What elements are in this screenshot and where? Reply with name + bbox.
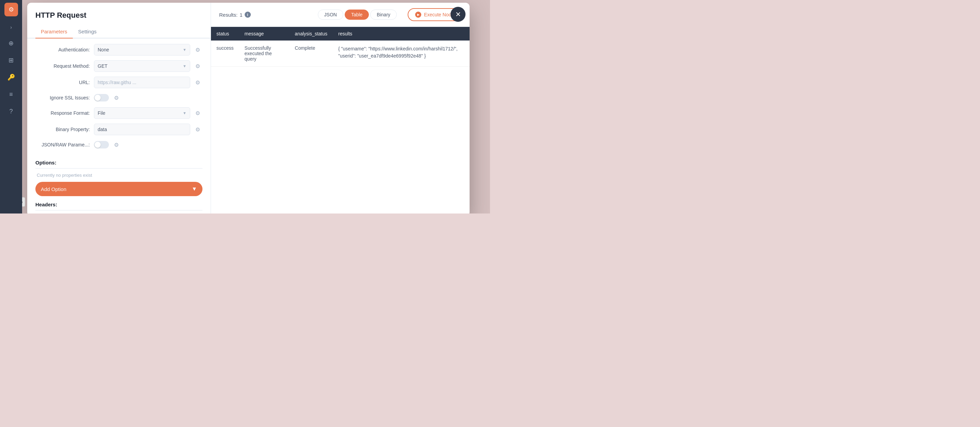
field-url: URL: https://raw.githu ... ⚙ xyxy=(35,76,202,88)
form-body: Authentication: None ▼ ⚙ Request Method: xyxy=(27,38,211,160)
field-ignore-ssl: Ignore SSL Issues: ⚙ xyxy=(35,93,202,102)
tab-parameters[interactable]: Parameters xyxy=(35,25,73,38)
results-count: 1 xyxy=(240,12,242,18)
table-header: status message analysis_status results xyxy=(211,27,469,40)
chevron-down-icon: ▼ xyxy=(183,111,186,115)
results-table-container: status message analysis_status results s… xyxy=(211,27,469,214)
gear-response-format[interactable]: ⚙ xyxy=(193,108,202,118)
cell-analysis-status: Complete xyxy=(289,40,333,67)
toggle-ignore-ssl[interactable] xyxy=(94,94,109,102)
gear-url[interactable]: ⚙ xyxy=(193,78,202,87)
toggle-json-raw[interactable] xyxy=(94,141,109,148)
left-panel: HTTP Request Parameters Settings Authent… xyxy=(27,3,211,214)
control-binary-property: data ⚙ xyxy=(94,124,202,135)
headers-divider xyxy=(35,210,202,210)
results-header: Results: 1 i JSON Table Binary xyxy=(211,3,469,27)
header-row: status message analysis_status results xyxy=(211,27,469,40)
add-option-label: Add Option xyxy=(41,186,66,192)
sidebar-toggle[interactable]: › xyxy=(7,23,15,31)
tab-settings[interactable]: Settings xyxy=(73,25,102,38)
modal-overlay: ✕ HTTP Request Parameters Settings Authe… xyxy=(27,3,490,214)
options-divider xyxy=(35,168,202,169)
info-icon[interactable]: i xyxy=(245,11,251,18)
label-authentication: Authentication: xyxy=(35,47,90,53)
label-json-raw: JSON/RAW Parame...: xyxy=(35,142,90,147)
options-title: Options: xyxy=(35,160,202,166)
tab-json[interactable]: JSON xyxy=(318,10,343,20)
gear-json-raw[interactable]: ⚙ xyxy=(111,140,121,150)
select-authentication[interactable]: None ▼ xyxy=(94,44,190,56)
execute-label: Execute Node xyxy=(424,12,454,18)
list-icon[interactable]: ≡ xyxy=(6,89,16,99)
right-panel: Results: 1 i JSON Table Binary xyxy=(211,3,469,214)
table-row: success Successfully executed the query … xyxy=(211,40,469,67)
input-binary-property[interactable]: data xyxy=(94,124,190,135)
toggle-knob xyxy=(95,95,101,101)
label-ignore-ssl: Ignore SSL Issues: xyxy=(35,95,90,100)
view-tabs: JSON Table Binary xyxy=(318,10,397,20)
table-body: success Successfully executed the query … xyxy=(211,40,469,67)
sidebar: ⚙ › ⊕ ⊞ 🔑 ≡ ? xyxy=(0,0,22,214)
label-request-method: Request Method: xyxy=(35,63,90,69)
field-request-method: Request Method: GET ▼ ⚙ xyxy=(35,60,202,72)
results-text: Results: xyxy=(219,12,237,18)
chevron-down-icon: ▼ xyxy=(183,48,186,52)
field-authentication: Authentication: None ▼ ⚙ xyxy=(35,44,202,56)
key-icon[interactable]: 🔑 xyxy=(6,72,16,83)
nodes-icon[interactable]: ⊕ xyxy=(6,38,16,48)
col-results: results xyxy=(333,27,469,40)
col-message: message xyxy=(239,27,290,40)
cell-status: success xyxy=(211,40,239,67)
results-table: status message analysis_status results s… xyxy=(211,27,469,67)
logo[interactable]: ⚙ xyxy=(5,3,18,16)
label-response-format: Response Format: xyxy=(35,110,90,116)
gear-request-method[interactable]: ⚙ xyxy=(193,61,202,71)
headers-title: Headers: xyxy=(35,202,202,207)
tab-table[interactable]: Table xyxy=(345,10,369,20)
add-option-button[interactable]: Add Option ▼ xyxy=(35,182,202,196)
col-analysis-status: analysis_status xyxy=(289,27,333,40)
select-request-method[interactable]: GET ▼ xyxy=(94,60,190,72)
gear-authentication[interactable]: ⚙ xyxy=(193,45,202,54)
control-response-format: File ▼ ⚙ xyxy=(94,107,202,119)
help-icon[interactable]: ? xyxy=(6,106,16,116)
control-json-raw: ⚙ xyxy=(94,140,202,150)
toggle-knob xyxy=(95,142,101,148)
gear-ignore-ssl[interactable]: ⚙ xyxy=(111,93,121,102)
col-status: status xyxy=(211,27,239,40)
cell-message: Successfully executed the query xyxy=(239,40,290,67)
options-empty-text: Currently no properties exist xyxy=(35,173,202,178)
results-label: Results: 1 i xyxy=(219,11,251,18)
workflow-icon[interactable]: ⊞ xyxy=(6,55,16,65)
play-icon: ▶ xyxy=(415,11,421,18)
gear-binary-property[interactable]: ⚙ xyxy=(193,124,202,134)
options-section: Options: Currently no properties exist A… xyxy=(27,160,211,202)
chevron-down-icon: ▼ xyxy=(183,64,186,68)
cell-results: { "username": "https://www.linkedin.com/… xyxy=(333,40,469,67)
headers-section: Headers: Currently no items exist Add Op… xyxy=(27,202,211,214)
field-response-format: Response Format: File ▼ ⚙ xyxy=(35,107,202,119)
field-json-raw: JSON/RAW Parame...: ⚙ xyxy=(35,140,202,150)
tab-binary[interactable]: Binary xyxy=(370,10,397,20)
control-authentication: None ▼ ⚙ xyxy=(94,44,202,56)
input-url[interactable]: https://raw.githu ... xyxy=(94,76,190,88)
close-icon: ✕ xyxy=(455,10,461,18)
modal-dialog: ✕ HTTP Request Parameters Settings Authe… xyxy=(27,3,469,214)
label-binary-property: Binary Property: xyxy=(35,127,90,132)
chevron-down-icon: ▼ xyxy=(192,186,197,192)
control-request-method: GET ▼ ⚙ xyxy=(94,60,202,72)
label-url: URL: xyxy=(35,80,90,85)
panel-title: HTTP Request xyxy=(27,3,211,20)
select-response-format[interactable]: File ▼ xyxy=(94,107,190,119)
close-button[interactable]: ✕ xyxy=(450,7,466,22)
field-binary-property: Binary Property: data ⚙ xyxy=(35,124,202,135)
tab-bar: Parameters Settings xyxy=(27,25,211,38)
logo-icon: ⚙ xyxy=(8,6,14,13)
control-url: https://raw.githu ... ⚙ xyxy=(94,76,202,88)
control-ignore-ssl: ⚙ xyxy=(94,93,202,102)
